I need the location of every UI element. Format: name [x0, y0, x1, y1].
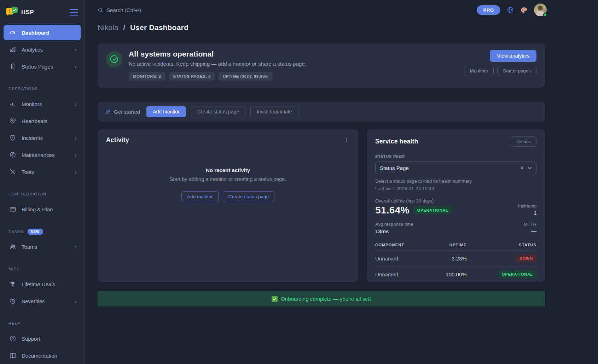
breadcrumb-separator: /: [123, 23, 125, 31]
hamburger-menu-icon[interactable]: [70, 9, 78, 16]
empty-state-title: No recent activity: [106, 167, 350, 173]
component-uptime: 3.28%: [428, 251, 466, 266]
sidebar-item-support[interactable]: Support: [4, 331, 81, 346]
add-monitor-button[interactable]: Add monitor: [181, 191, 219, 202]
sidebar-item-heartbeats[interactable]: Heartbeats: [4, 113, 81, 129]
heartbeat-icon: [9, 117, 16, 124]
sidebar-section-operations: OPERATIONS: [8, 86, 76, 91]
sidebar-item-status-pages[interactable]: Status Pages ›: [4, 59, 81, 74]
sidebar-item-label: Heartbeats: [22, 118, 47, 124]
kebab-menu-icon[interactable]: [343, 137, 350, 143]
sidebar-item-label: Dashboard: [22, 30, 49, 36]
chevron-right-icon: ›: [75, 47, 77, 53]
clear-icon[interactable]: ×: [520, 165, 524, 171]
create-status-page-button[interactable]: Create status page: [223, 191, 274, 202]
search-input[interactable]: [106, 7, 213, 13]
breadcrumb-current: User Dashboard: [130, 23, 188, 31]
status-badge: OPERATIONAL: [498, 270, 536, 278]
sidebar-section-help: HELP: [8, 321, 76, 326]
sidebar-item-label: Billing & Plan: [22, 206, 53, 212]
system-status-card: All systems operational No active incide…: [98, 43, 545, 88]
traffic-light-icon: [9, 63, 16, 70]
select-value: Status Page: [380, 165, 409, 171]
status-badge: OPERATIONAL: [414, 206, 452, 214]
tools-icon: [9, 168, 16, 175]
sidebar-item-tools[interactable]: Tools ›: [4, 164, 81, 180]
avg-response-value: 13ms: [375, 228, 413, 234]
sidebar-item-label: Support: [22, 336, 40, 342]
sidebar-section-configuration: CONFIGURATION: [8, 192, 76, 196]
sidebar-item-incidents[interactable]: Incidents ›: [4, 130, 81, 146]
sidebar-item-dashboard[interactable]: Dashboard: [4, 25, 81, 40]
content: Nikola / User Dashboard All systems oper…: [85, 20, 598, 306]
get-started-bar: Get started Add monitor Create status pa…: [98, 102, 545, 122]
topbar: PRO: [85, 0, 598, 20]
logo-row: ! HSP: [4, 5, 81, 20]
details-button[interactable]: Details: [511, 136, 536, 147]
sidebar-item-label: Tools: [22, 169, 34, 175]
chevron-down-icon[interactable]: [527, 166, 532, 170]
status-pages-count-chip: STATUS PAGES: 3: [169, 72, 215, 81]
search-box[interactable]: [98, 7, 213, 13]
add-monitor-button[interactable]: Add monitor: [146, 106, 186, 117]
gauge-icon: [9, 29, 16, 36]
chevron-right-icon: ›: [75, 135, 77, 141]
column-header-uptime: UPTIME: [428, 240, 466, 251]
get-started-label: Get started: [114, 109, 140, 115]
sidebar-item-analytics[interactable]: Analytics ›: [4, 42, 81, 57]
last-visit-text: Last visit: 2026-01-24 10:44: [375, 186, 536, 191]
open-book-icon: [9, 352, 16, 359]
sidebar-item-teams[interactable]: Teams ›: [4, 239, 81, 254]
sidebar-item-label: Severities: [22, 298, 45, 304]
invite-teammate-button[interactable]: Invite teammate: [250, 106, 298, 117]
pro-badge[interactable]: PRO: [477, 5, 500, 15]
table-row: Unnamed 100.00% OPERATIONAL: [375, 266, 536, 282]
check-circle-icon: [106, 51, 122, 67]
sidebar-item-label: Documentation: [22, 353, 57, 359]
activity-empty-state: No recent activity Start by adding a mon…: [106, 167, 350, 202]
hero-subtitle: No active incidents. Keep shipping — add…: [129, 61, 306, 67]
sidebar-item-monitors[interactable]: Monitors ›: [4, 96, 81, 112]
table-row: Unnamed 3.28% DOWN: [375, 251, 536, 266]
sidebar-item-maintenances[interactable]: Maintenances ›: [4, 147, 81, 163]
main-area: PRO Nikola / User Dashboard: [85, 0, 598, 364]
sidebar-item-label: Maintenances: [22, 152, 54, 158]
question-badge-icon: [9, 335, 16, 342]
components-table: COMPONENT UPTIME STATUS Unnamed 3.28% DO…: [375, 240, 536, 282]
theme-palette-icon[interactable]: [520, 6, 528, 14]
breadcrumb-parent[interactable]: Nikola: [98, 23, 118, 31]
rocket-icon: [105, 109, 111, 115]
select-helper-text: Select a status page to load its health …: [375, 178, 536, 184]
avg-response-label: Avg response time: [375, 222, 413, 227]
sidebar-item-severities[interactable]: Severities ›: [4, 293, 81, 309]
component-name: Unnamed: [375, 266, 428, 282]
sidebar-item-label: Monitors: [22, 101, 42, 107]
create-status-page-button[interactable]: Create status page: [191, 106, 245, 117]
chevron-right-icon: ›: [75, 101, 77, 107]
status-page-select[interactable]: Status Page ×: [375, 162, 536, 174]
component-uptime: 100.00%: [428, 266, 466, 282]
view-analytics-button[interactable]: View analytics: [490, 50, 536, 62]
chevron-right-icon: ›: [75, 152, 77, 158]
status-pages-button[interactable]: Status pages: [497, 66, 536, 76]
sidebar: ! HSP Dashboard Analytics ›: [0, 0, 85, 364]
check-emoji-icon: [272, 296, 278, 302]
globe-icon[interactable]: [507, 6, 514, 13]
sidebar-item-documentation[interactable]: Documentation: [4, 348, 81, 363]
chevron-right-icon: ›: [75, 244, 77, 250]
brand-name: HSP: [21, 9, 34, 16]
banner-text: Onboarding complete — you're all set!: [281, 296, 371, 302]
alarm-clock-icon: [9, 298, 16, 305]
sidebar-item-billing[interactable]: Billing & Plan: [4, 201, 81, 217]
online-status-dot: [543, 13, 547, 17]
signal-bars-icon: [9, 100, 16, 107]
credit-card-icon: [9, 206, 16, 213]
monitors-button[interactable]: Monitors: [464, 66, 494, 76]
mttr-value: —: [524, 228, 536, 234]
onboarding-banner: Onboarding complete — you're all set!: [98, 291, 545, 306]
monitors-count-chip: MONITORS: 2: [129, 72, 166, 81]
sidebar-item-lifetime-deals[interactable]: Lifetime Deals: [4, 276, 81, 292]
chevron-right-icon: ›: [75, 64, 77, 70]
mttr-label: MTTR: [524, 222, 536, 227]
user-avatar[interactable]: [534, 4, 547, 16]
